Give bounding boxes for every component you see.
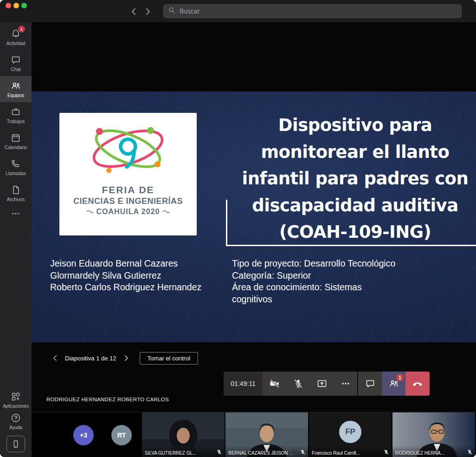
- logo-text-line1: FERIA DE: [59, 184, 197, 196]
- sidebar-item-ayuda[interactable]: Ayuda: [0, 411, 32, 432]
- author-name: Roberto Carlos Rodriguez Hernandez: [50, 281, 201, 294]
- search-icon: [168, 7, 175, 16]
- sidebar-item-label: Ayuda: [9, 425, 22, 430]
- shared-slide: FERIA DE CIENCIAS E INGENIERÍAS COAHUILA…: [32, 91, 476, 342]
- share-screen-button[interactable]: [310, 372, 334, 396]
- more-icon: [340, 378, 351, 389]
- sidebar-item-label: Equipos: [7, 93, 24, 98]
- project-detail-line: Categoría: Superior: [232, 270, 395, 282]
- overflow-participants-avatar[interactable]: +3: [73, 425, 94, 445]
- sidebar-item-label: Llamadas: [6, 171, 26, 176]
- chevron-left-icon: [129, 6, 140, 17]
- participant-avatar-rt[interactable]: RT: [111, 425, 132, 445]
- titlebar: [0, 0, 476, 22]
- participant-name: Francisco Raul Carrill...: [312, 450, 381, 456]
- project-detail-line: Tipo de proyecto: Desarrollo Tecnológico: [232, 258, 395, 270]
- hang-up-button[interactable]: [405, 372, 430, 396]
- sidebar-item-trabajos[interactable]: Trabajos: [0, 102, 32, 128]
- teams-window: 1 Actividad Chat Equipos Trabajos: [0, 0, 476, 457]
- participant-name: SILVA GUTIERREZ GL...: [145, 450, 214, 456]
- sidebar-item-label: Calendario: [5, 145, 27, 150]
- project-detail-line: cognitivos: [232, 294, 395, 306]
- calendar-icon: [10, 132, 21, 144]
- apps-grid-icon: [10, 391, 21, 402]
- ornament-swirl-icon: [86, 210, 94, 214]
- participant-tile[interactable]: BERNAL CAZARES JEISON ...: [225, 412, 308, 457]
- hang-up-icon: [412, 378, 424, 390]
- slide-title-line: monitorear el llanto: [236, 139, 475, 166]
- camera-toggle-button[interactable]: [263, 372, 286, 396]
- next-slide-button[interactable]: [122, 354, 130, 362]
- slide-title-line: infantil para padres con: [236, 165, 475, 192]
- meeting-stage: FERIA DE CIENCIAS E INGENIERÍAS COAHUILA…: [32, 22, 476, 457]
- sidebar-item-label: Actividad: [6, 41, 26, 46]
- slide-authors: Jeison Eduardo Bernal Cazares Glormardel…: [50, 258, 201, 294]
- participant-name: BERNAL CAZARES JEISON ...: [228, 450, 298, 456]
- more-options-button[interactable]: [334, 372, 357, 396]
- mic-off-icon: [293, 378, 304, 389]
- phone-device-icon: [11, 439, 21, 449]
- sidebar-item-archivos[interactable]: Archivos: [0, 180, 32, 206]
- fair-logo-card: FERIA DE CIENCIAS E INGENIERÍAS COAHUILA…: [59, 113, 197, 235]
- app-sidebar: 1 Actividad Chat Equipos Trabajos: [0, 22, 32, 457]
- slide-counter: Diapositiva 1 de 12: [65, 355, 116, 362]
- chat-bubble-icon: [10, 54, 21, 65]
- file-icon: [10, 184, 21, 196]
- bell-icon: 1: [10, 28, 21, 39]
- chat-panel-button[interactable]: [358, 372, 382, 396]
- minimize-window-button[interactable]: [13, 3, 19, 8]
- search-bar[interactable]: [163, 4, 462, 18]
- close-window-button[interactable]: [6, 3, 11, 8]
- participant-tile[interactable]: FP Francisco Raul Carrill...: [309, 412, 392, 457]
- participants-panel-button[interactable]: 1: [382, 372, 405, 396]
- logo-text-line3: COAHUILA 2020: [96, 208, 160, 216]
- activity-badge: 1: [18, 26, 25, 33]
- sidebar-item-aplicaciones[interactable]: Aplicaciones: [0, 389, 32, 411]
- participant-tile[interactable]: SILVA GUTIERREZ GL...: [142, 412, 225, 457]
- sidebar-item-equipos[interactable]: Equipos: [0, 76, 32, 102]
- phone-icon: [10, 158, 21, 170]
- presentation-nav: Diapositiva 1 de 12 Tomar el control: [51, 351, 198, 365]
- mobile-device-button[interactable]: [6, 436, 25, 452]
- slide-title: Dispositivo para monitorear el llanto in…: [236, 112, 475, 246]
- help-question-icon: [10, 412, 21, 424]
- sidebar-item-chat[interactable]: Chat: [0, 50, 32, 76]
- chevron-right-icon: [142, 6, 153, 17]
- previous-slide-button[interactable]: [51, 354, 59, 362]
- ornament-swirl-icon: [162, 210, 170, 214]
- participant-tile[interactable]: RODRIGUEZ HERNA...: [392, 412, 475, 457]
- sidebar-item-calendario[interactable]: Calendario: [0, 128, 32, 154]
- slide-title-line: (COAH-109-ING): [236, 219, 475, 246]
- call-control-bar: 01:49:11 1: [224, 372, 430, 396]
- maximize-window-button[interactable]: [21, 3, 27, 8]
- mic-off-icon: [216, 449, 222, 455]
- project-detail-line: Área de conocimiento: Sistemas: [232, 281, 395, 294]
- chevron-right-icon: [122, 354, 130, 362]
- mic-off-icon: [383, 449, 389, 455]
- search-input[interactable]: [179, 7, 457, 15]
- logo-text-line2: CIENCIAS E INGENIERÍAS: [59, 196, 197, 206]
- briefcase-icon: [10, 106, 21, 118]
- chat-bubble-icon: [365, 378, 376, 389]
- sidebar-item-actividad[interactable]: 1 Actividad: [0, 24, 32, 50]
- participants-badge: 1: [396, 374, 404, 381]
- history-forward-button[interactable]: [142, 6, 153, 17]
- take-control-button[interactable]: Tomar el control: [140, 352, 198, 365]
- more-icon: [11, 209, 21, 219]
- history-back-button[interactable]: [129, 6, 140, 17]
- science-fair-atom-logo: [82, 118, 174, 183]
- mic-toggle-button[interactable]: [286, 372, 310, 396]
- sidebar-item-label: Chat: [11, 67, 20, 72]
- sidebar-item-label: Archivos: [7, 197, 25, 202]
- camera-off-icon: [269, 378, 280, 389]
- sidebar-more-button[interactable]: [0, 206, 32, 221]
- author-name: Glormardely Silva Gutierrez: [50, 270, 201, 282]
- chevron-left-icon: [51, 354, 59, 362]
- participant-name: RODRIGUEZ HERNA...: [395, 450, 465, 456]
- mic-off-icon: [300, 449, 306, 455]
- author-name: Jeison Eduardo Bernal Cazares: [50, 258, 201, 270]
- share-screen-icon: [316, 378, 328, 389]
- sidebar-item-llamadas[interactable]: Llamadas: [0, 154, 32, 180]
- slide-project-details: Tipo de proyecto: Desarrollo Tecnológico…: [232, 258, 395, 305]
- sidebar-item-label: Trabajos: [7, 119, 25, 124]
